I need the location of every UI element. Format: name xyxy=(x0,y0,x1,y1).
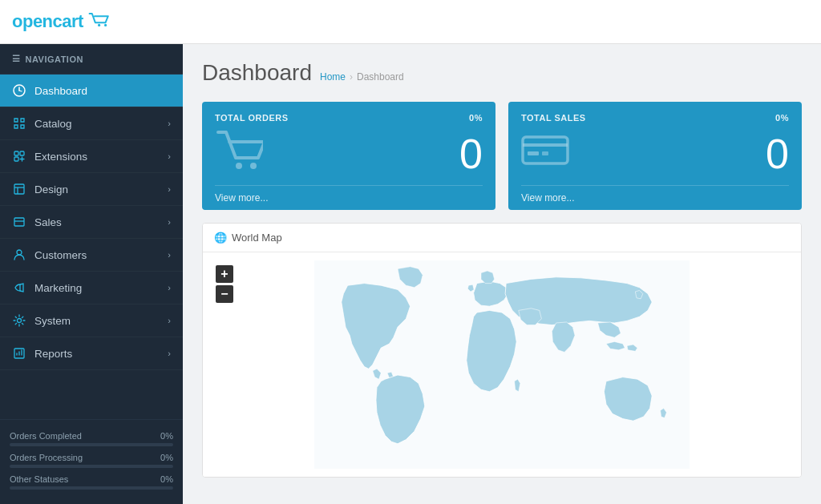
cart-icon xyxy=(215,129,263,179)
sidebar-nav-header: ☰ NAVIGATION xyxy=(0,44,183,75)
chevron-right-icon: › xyxy=(168,349,171,358)
total-orders-label: TOTAL ORDERS xyxy=(215,113,289,123)
stat-row-orders-processing: Orders Processing 0% xyxy=(10,453,173,468)
page-header: Dashboard Home › Dashboard xyxy=(202,60,802,86)
chevron-right-icon: › xyxy=(168,250,171,260)
svg-point-8 xyxy=(17,250,22,255)
total-sales-view-more[interactable]: View more... xyxy=(521,185,789,210)
svg-point-0 xyxy=(98,23,100,26)
svg-point-9 xyxy=(18,319,22,323)
sidebar-item-marketing-label: Marketing xyxy=(34,282,82,294)
chevron-right-icon: › xyxy=(168,119,171,128)
orders-processing-value: 0% xyxy=(160,453,173,462)
total-orders-card: TOTAL ORDERS 0% 0 View more... xyxy=(202,102,495,210)
marketing-icon xyxy=(12,280,26,295)
main-layout: ☰ NAVIGATION Dashboard Catalog › xyxy=(0,44,821,504)
sales-icon xyxy=(12,215,26,229)
svg-rect-13 xyxy=(523,137,568,163)
customers-icon xyxy=(12,248,26,262)
sidebar-item-customers-label: Customers xyxy=(34,249,87,261)
logo-cart-icon xyxy=(88,12,114,32)
sidebar-item-dashboard-label: Dashboard xyxy=(34,85,87,97)
svg-rect-14 xyxy=(528,151,539,155)
sidebar-item-design[interactable]: Design › xyxy=(0,173,183,206)
sidebar-item-system-label: System xyxy=(34,315,71,327)
sidebar-item-reports-label: Reports xyxy=(34,348,72,360)
stat-row-other-statuses: Other Statuses 0% xyxy=(10,474,173,490)
main-content: Dashboard Home › Dashboard TOTAL ORDERS … xyxy=(183,44,821,504)
svg-rect-3 xyxy=(14,151,18,155)
total-sales-percent: 0% xyxy=(775,113,789,123)
logo: opencart xyxy=(12,11,114,32)
orders-processing-label: Orders Processing xyxy=(10,453,83,462)
sidebar-item-customers[interactable]: Customers › xyxy=(0,239,183,272)
globe-icon: 🌐 xyxy=(214,232,227,244)
orders-processing-bar-bg xyxy=(10,465,173,468)
chevron-right-icon: › xyxy=(168,316,171,325)
breadcrumb: Home › Dashboard xyxy=(320,71,404,83)
sidebar-item-extensions-label: Extensions xyxy=(34,151,87,163)
other-statuses-value: 0% xyxy=(160,474,173,484)
reports-icon xyxy=(12,346,26,361)
breadcrumb-home[interactable]: Home xyxy=(320,71,346,83)
svg-point-11 xyxy=(236,163,242,169)
svg-point-12 xyxy=(250,163,257,169)
sidebar-item-design-label: Design xyxy=(34,183,68,196)
sidebar-item-catalog-label: Catalog xyxy=(34,118,72,130)
map-zoom-out-button[interactable]: − xyxy=(216,285,233,303)
sidebar-item-dashboard[interactable]: Dashboard xyxy=(0,75,183,107)
chevron-right-icon: › xyxy=(168,151,171,161)
stats-row: TOTAL ORDERS 0% 0 View more... xyxy=(202,102,802,210)
other-statuses-bar-bg xyxy=(10,486,173,490)
chevron-right-icon: › xyxy=(168,184,171,194)
svg-rect-4 xyxy=(20,151,24,155)
svg-rect-6 xyxy=(14,184,24,194)
svg-rect-5 xyxy=(14,157,18,161)
sidebar: ☰ NAVIGATION Dashboard Catalog › xyxy=(0,44,183,504)
sidebar-item-sales-label: Sales xyxy=(34,216,62,228)
orders-completed-bar-bg xyxy=(10,443,173,446)
chevron-right-icon: › xyxy=(168,283,171,292)
dashboard-icon xyxy=(12,83,26,98)
total-sales-card: TOTAL SALES 0% 0 View more... xyxy=(508,102,802,210)
credit-card-icon xyxy=(521,132,569,176)
svg-rect-7 xyxy=(14,218,24,226)
catalog-icon xyxy=(12,116,26,131)
world-map-panel: 🌐 World Map + − xyxy=(202,223,802,478)
map-zoom-controls: + − xyxy=(216,265,233,303)
total-sales-label: TOTAL SALES xyxy=(521,113,586,123)
extensions-icon xyxy=(12,149,26,163)
sidebar-item-extensions[interactable]: Extensions › xyxy=(0,140,183,173)
svg-rect-15 xyxy=(542,151,548,155)
total-orders-value: 0 xyxy=(459,133,483,175)
total-orders-view-more[interactable]: View more... xyxy=(215,185,483,210)
svg-point-1 xyxy=(104,23,107,26)
sidebar-item-reports[interactable]: Reports › xyxy=(0,337,183,370)
page-title: Dashboard xyxy=(202,60,312,86)
chevron-right-icon: › xyxy=(168,217,171,227)
breadcrumb-separator: › xyxy=(350,71,353,83)
sidebar-item-system[interactable]: System › xyxy=(0,304,183,337)
map-panel-header: 🌐 World Map xyxy=(203,224,801,252)
top-bar: opencart xyxy=(0,0,821,44)
design-icon xyxy=(12,182,26,196)
stat-row-orders-completed: Orders Completed 0% xyxy=(10,431,173,446)
breadcrumb-current: Dashboard xyxy=(357,71,404,83)
other-statuses-label: Other Statuses xyxy=(10,474,68,484)
sidebar-item-marketing[interactable]: Marketing › xyxy=(0,272,183,304)
total-sales-value: 0 xyxy=(766,133,789,175)
sidebar-item-sales[interactable]: Sales › xyxy=(0,206,183,239)
sidebar-item-catalog[interactable]: Catalog › xyxy=(0,107,183,140)
world-map-title: World Map xyxy=(232,232,282,244)
total-orders-percent: 0% xyxy=(469,113,483,123)
hamburger-icon: ☰ xyxy=(12,54,21,64)
world-map-svg xyxy=(211,260,793,469)
orders-completed-label: Orders Completed xyxy=(10,431,82,441)
map-zoom-in-button[interactable]: + xyxy=(216,265,233,283)
orders-completed-value: 0% xyxy=(160,431,173,441)
system-icon xyxy=(12,313,26,328)
logo-text: opencart xyxy=(12,11,83,32)
sidebar-stats: Orders Completed 0% Orders Processing 0% xyxy=(0,419,183,504)
map-panel-body: + − xyxy=(203,252,801,477)
